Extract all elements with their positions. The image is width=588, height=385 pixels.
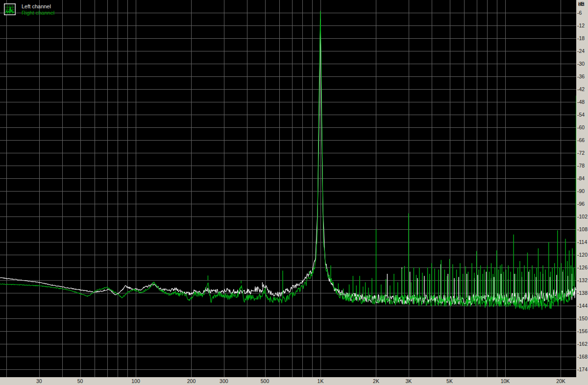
y-tick-label: -120 (577, 252, 588, 258)
x-tick-label: 50 (77, 378, 83, 384)
spectrum-canvas (0, 0, 576, 377)
y-tick-label: -60 (577, 124, 588, 130)
x-tick-label: 30 (36, 378, 42, 384)
y-tick-label: -84 (577, 175, 588, 181)
y-tick-label: -126 (577, 265, 588, 270)
series-left-channel (0, 19, 576, 305)
x-axis-unit-label: Hz (578, 1, 585, 7)
x-tick-label: 100 (131, 378, 140, 384)
legend-left-channel-label: Left channel (22, 3, 54, 10)
y-tick-label: -96 (577, 201, 588, 207)
y-tick-label: -138 (577, 290, 588, 296)
x-tick-label: 20K (556, 378, 565, 384)
y-axis-panel: dB -6-12-18-24-30-36-42-48-54-60-66-72-7… (576, 0, 588, 385)
x-tick-label: 200 (187, 378, 196, 384)
x-tick-label: 3K (405, 378, 412, 384)
y-tick-label: -24 (577, 48, 588, 54)
x-tick-label: 500 (261, 378, 270, 384)
y-tick-label: -18 (577, 35, 588, 41)
x-tick-label: 1K (318, 378, 324, 384)
y-tick-label: -162 (577, 341, 588, 347)
x-tick-label: 300 (220, 378, 228, 384)
spectrum-plot (0, 0, 576, 377)
x-tick-label: 5K (446, 378, 453, 384)
spectrum-icon (4, 3, 16, 15)
y-tick-label: -12 (577, 23, 588, 28)
legend-labels: Left channel Right channel (22, 3, 54, 16)
y-tick-label: -132 (577, 277, 588, 283)
y-tick-label: -42 (577, 86, 588, 92)
grid-lines (0, 0, 576, 377)
y-tick-label: -150 (577, 315, 588, 321)
y-tick-label: -114 (577, 239, 588, 245)
y-tick-label: -72 (577, 150, 588, 156)
x-tick-label: 2K (373, 378, 379, 384)
y-tick-label: -54 (577, 112, 588, 118)
spectrum-analyzer-window: dB -6-12-18-24-30-36-42-48-54-60-66-72-7… (0, 0, 588, 385)
y-tick-label: -156 (577, 328, 588, 334)
y-tick-label: -48 (577, 99, 588, 105)
legend: Left channel Right channel (4, 3, 54, 16)
series-right-channel (0, 11, 576, 310)
legend-right-channel-label: Right channel (22, 10, 54, 16)
y-tick-label: -66 (577, 137, 588, 143)
x-tick-label: 10K (501, 378, 510, 384)
y-tick-label: -36 (577, 73, 588, 79)
y-tick-label: -30 (577, 61, 588, 67)
y-tick-label: -102 (577, 214, 588, 219)
y-tick-label: -78 (577, 163, 588, 168)
x-axis-panel: 30501002003005001K2K3K5K10K20K (0, 377, 588, 385)
y-tick-label: -6 (577, 10, 588, 16)
y-tick-label: -144 (577, 303, 588, 309)
y-tick-label: -90 (577, 188, 588, 194)
y-tick-label: -168 (577, 354, 588, 360)
y-tick-label: -108 (577, 226, 588, 232)
y-tick-label: -174 (577, 366, 588, 372)
